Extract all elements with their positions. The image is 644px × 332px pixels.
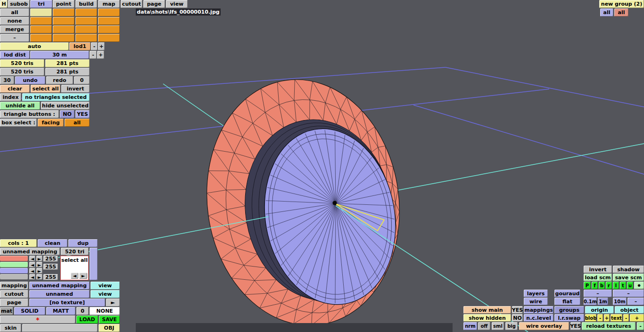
box-select-facing[interactable]: facing <box>38 119 64 127</box>
mat-none-value[interactable]: NONE <box>90 307 120 315</box>
blob-plus-button[interactable]: + <box>604 314 610 322</box>
toolbar-view-button[interactable]: view <box>166 0 188 8</box>
clean-button[interactable]: clean <box>38 239 67 247</box>
color-value-b[interactable]: 255 <box>43 274 58 280</box>
select-all-button[interactable]: select all <box>31 85 60 93</box>
show-hidden-value[interactable]: NO <box>512 314 523 322</box>
subobj-dash-button[interactable]: – <box>0 34 29 42</box>
skin-name-field[interactable] <box>22 324 98 332</box>
arrow-left-icon[interactable]: ◄ <box>29 262 35 267</box>
nc-level-button[interactable]: n.c.level <box>524 314 553 322</box>
reload-textures-button[interactable]: reload textures <box>582 322 636 330</box>
groups-button[interactable]: groups <box>554 306 584 314</box>
mapping-scrollbar[interactable] <box>90 248 98 280</box>
toolbar-h-button[interactable]: H <box>0 0 8 8</box>
text-plus-button[interactable]: + <box>630 314 644 322</box>
dup-button[interactable]: dup <box>68 239 98 247</box>
lr-swap-button[interactable]: l.r.swap <box>554 314 584 322</box>
shadow-button[interactable]: shadow <box>613 266 644 273</box>
proj-p-button[interactable]: P <box>584 282 591 289</box>
reload-minus-button[interactable]: - <box>637 322 644 330</box>
mapping-name[interactable]: unnamed mapping <box>0 248 60 255</box>
subobj-cell[interactable] <box>75 17 97 25</box>
show-hidden-button[interactable]: show hidden <box>463 314 511 322</box>
arrow-right-icon[interactable]: ► <box>36 262 42 267</box>
invert-selection-button[interactable]: invert <box>61 85 90 93</box>
toolbar-subob-button[interactable]: subob <box>8 0 30 8</box>
proj-u-button[interactable]: u <box>627 282 633 289</box>
dist-01m-button[interactable]: 0.1m <box>584 298 597 305</box>
toolbar-tri-button[interactable]: tri <box>30 0 52 8</box>
dist-dash-button[interactable]: – <box>627 298 644 305</box>
cols-button[interactable]: cols : 1 <box>0 239 37 247</box>
subobj-all-button[interactable]: all <box>0 8 29 16</box>
group-all-left-button[interactable]: all <box>600 8 613 16</box>
subobj-cell[interactable] <box>98 8 120 16</box>
dist-10m-button[interactable]: 10m <box>613 298 627 305</box>
subobj-cell[interactable] <box>30 25 52 33</box>
subobj-cell[interactable] <box>53 34 74 42</box>
subobj-none-button[interactable]: none <box>0 17 29 25</box>
subobj-cell[interactable] <box>75 8 97 16</box>
arrow-left-icon[interactable]: ◄ <box>29 274 35 280</box>
lod-auto-button[interactable]: auto <box>0 42 69 50</box>
arrow-left-icon[interactable]: ◄ <box>29 268 35 274</box>
subobj-cell[interactable] <box>98 25 120 33</box>
subobj-cell[interactable] <box>30 34 52 42</box>
subobj-merge-button[interactable]: merge <box>0 25 29 33</box>
proj-t-button[interactable]: t <box>620 282 626 289</box>
toolbar-build-button[interactable]: build <box>75 0 97 8</box>
arrow-left-icon[interactable]: ◄ <box>29 256 35 261</box>
cutout-value[interactable]: unnamed <box>29 290 90 298</box>
flat-button[interactable]: flat <box>554 298 580 305</box>
subobj-cell[interactable] <box>75 34 97 42</box>
triangle-buttons-no[interactable]: NO <box>60 110 74 118</box>
mappings-button[interactable]: mappings <box>524 306 553 314</box>
subobj-cell[interactable] <box>75 25 97 33</box>
arrow-right-icon[interactable]: ► <box>36 268 42 274</box>
color-swatch-red[interactable] <box>0 256 28 261</box>
invert-button[interactable]: invert <box>584 266 612 273</box>
layers-dash-b[interactable]: – <box>613 290 644 297</box>
page-next-icon[interactable]: ► <box>106 299 120 307</box>
index-button[interactable]: index <box>0 93 21 101</box>
clear-button[interactable]: clear <box>0 85 30 93</box>
triangle-buttons-yes[interactable]: YES <box>75 110 90 118</box>
nrm-sml-button[interactable]: sml <box>492 322 504 330</box>
cutout-view-button[interactable]: view <box>91 290 120 298</box>
color-value-r[interactable]: 255 <box>43 256 58 262</box>
wire-overlay-button[interactable]: wire overlay <box>519 322 569 330</box>
text-minus-button[interactable]: - <box>623 314 629 322</box>
text-button[interactable]: text <box>611 314 622 322</box>
lod-plus-button[interactable]: + <box>98 42 105 50</box>
show-main-button[interactable]: show main <box>463 306 511 314</box>
origin-button[interactable]: origin <box>585 306 614 314</box>
toolbar-page-button[interactable]: page <box>143 0 165 8</box>
proj-r-button[interactable]: r <box>606 282 612 289</box>
wire-button[interactable]: wire <box>524 298 548 305</box>
save-scm-button[interactable]: save scm <box>613 274 644 281</box>
mapping-value[interactable]: unnamed mapping <box>29 282 90 290</box>
blob-button[interactable]: blob <box>585 314 596 322</box>
subobj-cell[interactable] <box>30 17 52 25</box>
lod-dist-value[interactable]: 30 m <box>30 51 89 59</box>
undo-button[interactable]: undo <box>15 76 45 84</box>
hide-unselected-button[interactable]: hide unselected <box>41 102 90 110</box>
lod-dist-plus-button[interactable]: + <box>97 51 104 59</box>
arrow-right-icon[interactable]: ► <box>36 274 42 280</box>
layers-button[interactable]: layers <box>524 290 548 297</box>
mat-zero-value[interactable]: 0 <box>76 307 89 315</box>
dist-1m-button[interactable]: 1m <box>598 298 608 305</box>
new-group-button[interactable]: new group (2) <box>599 0 644 8</box>
nrm-off-button[interactable]: off <box>478 322 490 330</box>
color-swatch-green[interactable] <box>0 262 28 267</box>
blob-minus-button[interactable]: - <box>597 314 603 322</box>
proj-f-button[interactable]: f <box>592 282 598 289</box>
proj-b-button[interactable]: b <box>599 282 605 289</box>
color-value-g[interactable]: 255 <box>43 264 58 270</box>
nrm-button[interactable]: nrm <box>463 322 477 330</box>
arrow-right-icon[interactable]: ► <box>36 256 42 261</box>
subobj-cell[interactable] <box>98 17 120 25</box>
mat-solid-button[interactable]: SOLID <box>14 307 45 315</box>
load-button[interactable]: LOAD <box>76 316 98 324</box>
